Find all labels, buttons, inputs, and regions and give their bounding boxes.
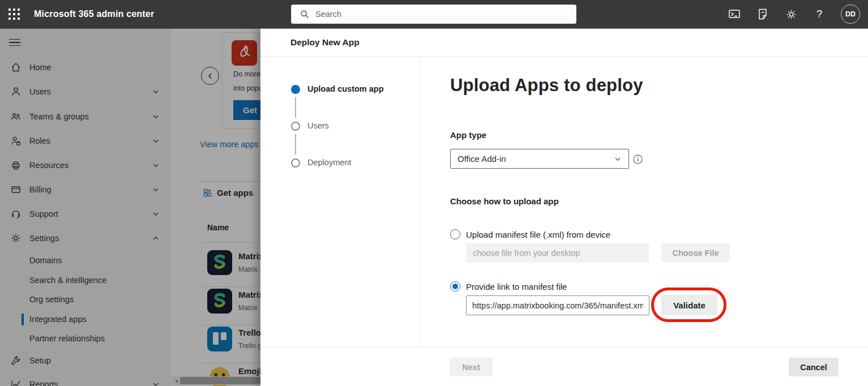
step-users[interactable]: Users	[307, 121, 329, 130]
step-dot-upcoming	[291, 122, 300, 131]
app-type-value: Office Add-in	[457, 154, 506, 164]
file-path-input[interactable]	[466, 243, 649, 263]
step-deployment[interactable]: Deployment	[307, 158, 351, 167]
app-title: Microsoft 365 admin center	[34, 0, 154, 28]
search-icon	[300, 9, 310, 19]
cancel-button[interactable]: Cancel	[789, 358, 839, 376]
settings-gear-icon[interactable]	[784, 7, 798, 21]
whats-new-icon[interactable]	[756, 7, 769, 21]
radio-upload-file[interactable]	[450, 229, 460, 239]
radio-manifest-link[interactable]	[450, 281, 460, 291]
panel-title: Deploy New App	[290, 28, 360, 57]
upload-file-option-label[interactable]: Upload manifest file (.xml) from device	[466, 230, 610, 239]
manifest-link-option[interactable]: Provide link to manifest file	[450, 281, 567, 291]
choose-file-button[interactable]: Choose File	[661, 243, 730, 262]
deploy-new-app-panel: Deploy New App Upload custom app Users D…	[260, 28, 868, 386]
step-dot-upcoming	[291, 158, 300, 168]
info-icon[interactable]	[632, 154, 643, 165]
panel-header: Deploy New App	[260, 28, 868, 57]
manifest-link-option-label[interactable]: Provide link to manifest file	[466, 282, 567, 291]
top-app-bar: Microsoft 365 admin center ? DD	[0, 0, 868, 28]
step-dot-active	[291, 85, 300, 94]
global-search[interactable]	[291, 5, 576, 24]
page-title: Upload Apps to deploy	[450, 75, 643, 96]
next-button[interactable]: Next	[450, 358, 493, 376]
app-type-label: App type	[450, 130, 486, 140]
step-upload-custom-app[interactable]: Upload custom app	[307, 84, 384, 93]
wizard-stepper: Upload custom app Users Deployment	[260, 57, 421, 347]
panel-footer: Next Cancel	[260, 347, 868, 386]
manifest-url-input[interactable]	[466, 295, 649, 315]
modal-dim-overlay	[0, 28, 260, 386]
app-type-dropdown[interactable]: Office Add-in	[450, 149, 629, 169]
cli-icon[interactable]	[728, 7, 741, 21]
step-connector	[295, 97, 296, 118]
step-connector	[295, 134, 296, 155]
app-launcher-icon[interactable]	[7, 7, 22, 22]
upload-file-option[interactable]: Upload manifest file (.xml) from device	[450, 229, 610, 239]
chevron-down-icon	[614, 155, 622, 163]
search-input[interactable]	[315, 10, 553, 19]
account-avatar[interactable]: DD	[841, 5, 860, 24]
panel-main-content: Upload Apps to deploy App type Office Ad…	[421, 57, 868, 347]
help-icon[interactable]: ?	[813, 7, 826, 21]
validate-button[interactable]: Validate	[661, 295, 717, 315]
choose-upload-heading: Choose how to upload app	[450, 196, 559, 206]
